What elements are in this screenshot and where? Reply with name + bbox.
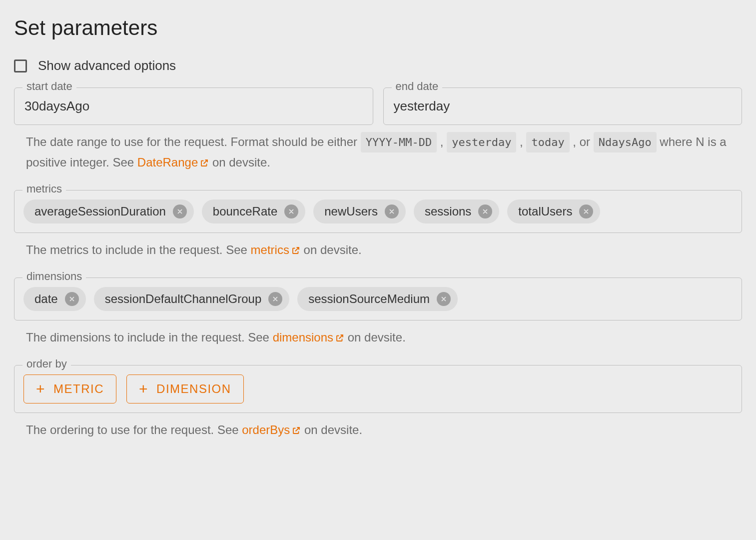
external-link-icon [291, 241, 300, 262]
metric-chip[interactable]: totalUsers [507, 200, 600, 224]
metrics-chip-list: averageSessionDurationbounceRatenewUsers… [23, 200, 733, 224]
chip-label: averageSessionDuration [34, 204, 166, 218]
metric-chip[interactable]: bounceRate [202, 200, 305, 224]
remove-chip-icon[interactable] [579, 204, 593, 218]
dimensions-legend: dimensions [22, 271, 86, 282]
parameters-panel: Set parameters Show advanced options sta… [0, 0, 756, 540]
advanced-options-checkbox[interactable] [14, 60, 27, 72]
metrics-field: metrics averageSessionDurationbounceRate… [14, 190, 742, 233]
helper-text: on devsite. [304, 423, 362, 436]
orderby-buttons-row: + METRIC + DIMENSION [23, 374, 733, 404]
helper-text: on devsite. [212, 156, 270, 169]
metrics-link[interactable]: metrics [251, 243, 300, 256]
code-yesterday: yesterday [447, 132, 516, 152]
metric-chip[interactable]: sessions [414, 200, 499, 224]
helper-text: on devsite. [348, 330, 406, 344]
button-label: METRIC [53, 382, 104, 396]
chip-label: newUsers [324, 204, 378, 218]
plus-icon: + [139, 385, 148, 392]
helper-text: The dimensions to include in the request… [26, 330, 273, 344]
add-metric-orderby-button[interactable]: + METRIC [23, 374, 116, 404]
chip-label: sessionDefaultChannelGroup [105, 292, 262, 306]
code-today: today [526, 132, 569, 152]
date-range-row: start date end date [14, 88, 742, 125]
orderby-helper: The ordering to use for the request. See… [26, 420, 742, 442]
dimension-chip[interactable]: date [23, 287, 86, 311]
chip-label: date [34, 292, 58, 306]
start-date-field[interactable]: start date [14, 88, 373, 125]
dimension-chip[interactable]: sessionDefaultChannelGroup [94, 287, 290, 311]
helper-text: The metrics to include in the request. S… [26, 243, 251, 256]
dimension-chip[interactable]: sessionSourceMedium [297, 287, 458, 311]
add-dimension-orderby-button[interactable]: + DIMENSION [126, 374, 244, 404]
daterange-link[interactable]: DateRange [137, 156, 209, 169]
remove-chip-icon[interactable] [284, 204, 298, 218]
dimensions-field: dimensions datesessionDefaultChannelGrou… [14, 278, 742, 320]
page-title: Set parameters [14, 16, 742, 40]
code-format-ymd: YYYY-MM-DD [361, 132, 437, 152]
orderby-legend: order by [22, 358, 71, 370]
metric-chip[interactable]: averageSessionDuration [23, 200, 194, 224]
code-ndaysago: NdaysAgo [594, 132, 657, 152]
orderbys-link[interactable]: orderBys [242, 423, 301, 436]
helper-text: on devsite. [304, 243, 362, 256]
chip-label: totalUsers [518, 204, 572, 218]
advanced-options-label: Show advanced options [38, 58, 176, 74]
start-date-input[interactable] [23, 98, 364, 114]
metric-chip[interactable]: newUsers [313, 200, 406, 224]
dimensions-link[interactable]: dimensions [273, 330, 344, 344]
metrics-helper: The metrics to include in the request. S… [26, 240, 742, 262]
remove-chip-icon[interactable] [173, 204, 187, 218]
remove-chip-icon[interactable] [268, 292, 282, 306]
external-link-icon [335, 328, 344, 349]
start-date-legend: start date [22, 81, 76, 92]
remove-chip-icon[interactable] [437, 292, 451, 306]
remove-chip-icon[interactable] [478, 204, 492, 218]
metrics-legend: metrics [22, 184, 66, 194]
remove-chip-icon[interactable] [65, 292, 79, 306]
button-label: DIMENSION [156, 382, 231, 396]
plus-icon: + [36, 385, 45, 392]
chip-label: bounceRate [213, 204, 277, 218]
dimensions-helper: The dimensions to include in the request… [26, 328, 742, 349]
end-date-field[interactable]: end date [383, 88, 743, 125]
chip-label: sessions [425, 204, 471, 218]
helper-text: The date range to use for the request. F… [26, 135, 361, 148]
date-range-helper: The date range to use for the request. F… [26, 132, 742, 174]
remove-chip-icon[interactable] [385, 204, 399, 218]
orderby-field: order by + METRIC + DIMENSION [14, 365, 742, 413]
external-link-icon [292, 421, 301, 442]
chip-label: sessionSourceMedium [308, 292, 430, 306]
end-date-legend: end date [392, 81, 443, 92]
external-link-icon [200, 154, 209, 174]
dimensions-chip-list: datesessionDefaultChannelGroupsessionSou… [23, 287, 733, 311]
helper-text: The ordering to use for the request. See [26, 423, 242, 436]
advanced-options-row: Show advanced options [14, 58, 742, 74]
end-date-input[interactable] [393, 98, 733, 114]
